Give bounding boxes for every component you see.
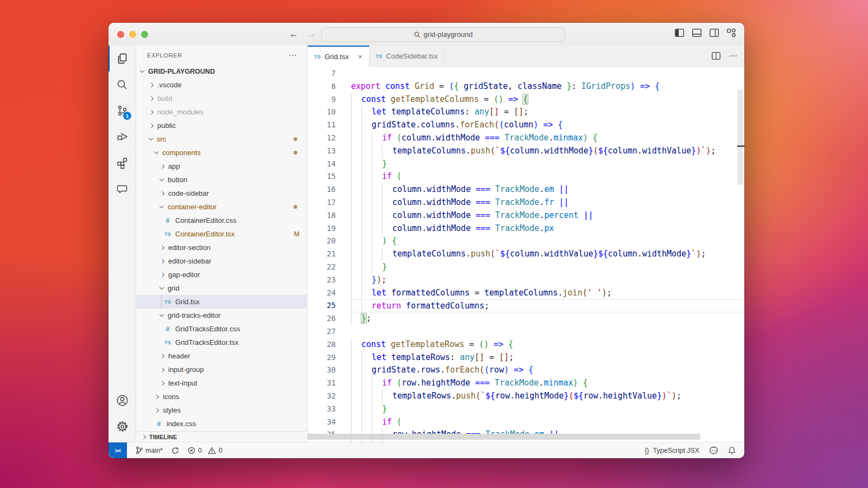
code-line-20[interactable]: 20 ) { [308,235,744,248]
notifications-bell-icon[interactable] [728,446,736,454]
tree-item-input-group[interactable]: input-group [136,363,307,376]
tree-root-grid-playground[interactable]: GRID-PLAYGROUND [136,65,307,78]
code-line-11[interactable]: 11 gridState.columns.forEach((column) =>… [308,119,744,132]
close-tab-icon[interactable]: × [358,53,362,61]
tree-item-container-editor[interactable]: container-editor [136,200,307,214]
timeline-section-header[interactable]: TIMELINE [136,431,307,442]
search-activity-button[interactable] [108,72,136,98]
code-line-15[interactable]: 15 if ( [308,170,744,183]
title-bar[interactable]: ← → grid-playground [108,23,744,46]
close-window-button[interactable] [117,31,124,38]
tree-item-src[interactable]: src [136,132,307,146]
code-line-27[interactable]: 27 [308,325,744,338]
forward-arrow-icon[interactable]: → [307,28,316,41]
code-line-24[interactable]: 24 let formattedColumns = templateColumn… [308,287,744,300]
code-line-content: templateRows.push(`${row.heightMode}(${r… [351,390,744,403]
code-line-16[interactable]: 16 column.widthMode === TrackMode.em || [308,183,744,196]
code-line-13[interactable]: 13 templateColumns.push(`${column.widthM… [308,145,744,158]
tree-item-containereditor-tsx[interactable]: TSContainerEditor.tsxM [136,227,307,241]
toggle-primary-sidebar-icon[interactable] [675,29,684,37]
code-line-28[interactable]: 28 const getTemplateRows = () => { [308,338,744,351]
tree-item-app[interactable]: app [136,159,307,173]
line-number: 30 [308,364,336,377]
tree-item-index-css[interactable]: #index.css [136,417,307,431]
tree-item-build[interactable]: build [136,92,307,105]
tab-codesidebar-tsx[interactable]: TS CodeSidebar.tsx [369,46,445,66]
code-line-content: column.widthMode === TrackMode.px [351,222,744,235]
chat-activity-button[interactable] [108,176,136,202]
code-line-32[interactable]: 32 templateRows.push(`${row.heightMode}(… [308,390,744,403]
code-line-34[interactable]: 34 if ( [308,416,744,429]
code-line-18[interactable]: 18 column.widthMode === TrackMode.percen… [308,209,744,222]
tree-item-containereditor-css[interactable]: #ContainerEditor.css [136,214,307,227]
code-line-22[interactable]: 22 } [308,261,744,274]
code-line-17[interactable]: 17 column.widthMode === TrackMode.fr || [308,196,744,209]
tree-item-grid-tracks-editor[interactable]: grid-tracks-editor [136,309,307,322]
code-line-7[interactable]: 7 [308,67,744,80]
tree-item-label: index.css [167,420,196,428]
code-line-23[interactable]: 23 }); [308,274,744,287]
tree-item-public[interactable]: public [136,119,307,132]
code-line-33[interactable]: 33 } [308,403,744,416]
code-line-12[interactable]: 12 if (column.widthMode === TrackMode.mi… [308,132,744,145]
code-line-10[interactable]: 10 let templateColumns: any[] = []; [308,106,744,119]
customize-layout-icon[interactable] [727,29,736,37]
tree-item-grid[interactable]: grid [136,281,307,295]
sync-status-item[interactable] [171,447,179,454]
code-line-30[interactable]: 30 gridState.rows.forEach((row) => { [308,364,744,377]
line-number: 20 [308,235,336,248]
tree-item-header[interactable]: header [136,349,307,363]
split-editor-icon[interactable] [712,52,720,60]
tree-item-label: GridTracksEditor.tsx [175,338,239,346]
code-line-8[interactable]: 8export const Grid = ({ gridState, class… [308,80,744,93]
tree-item-gridtrackseditor-tsx[interactable]: TSGridTracksEditor.tsx [136,336,307,349]
line-number: 28 [308,338,336,351]
accounts-button[interactable] [108,387,136,413]
code-line-9[interactable]: 9 const getTemplateColumns = () => { [308,93,744,106]
code-line-25[interactable]: 25 return formattedColumns; [308,299,744,312]
copilot-icon[interactable] [709,447,718,454]
code-line-14[interactable]: 14 } [308,158,744,171]
tree-item-editor-section[interactable]: editor-section [136,241,307,254]
toggle-panel-icon[interactable] [692,29,701,37]
vertical-scrollbar[interactable] [737,89,743,185]
extensions-activity-button[interactable] [108,150,136,176]
tree-item-icons[interactable]: icons [136,390,307,403]
editor-more-actions-icon[interactable]: ⋯ [729,51,738,61]
remote-indicator[interactable]: >< [108,442,127,458]
run-debug-activity-button[interactable] [108,124,136,150]
tree-item-styles[interactable]: styles [136,403,307,417]
command-center-search[interactable]: grid-playground [321,27,565,42]
branch-status-item[interactable]: main* [136,446,163,454]
code-line-21[interactable]: 21 templateColumns.push(`${column.widthV… [308,248,744,261]
explorer-more-actions-icon[interactable]: ⋯ [289,50,297,60]
problems-status-item[interactable]: 0 0 [188,447,222,454]
back-arrow-icon[interactable]: ← [289,28,298,41]
tree-item-code-sidebar[interactable]: code-sidebar [136,187,307,200]
chevron-down-icon [159,177,164,181]
tree-item-grid-tsx[interactable]: TSGrid.tsx [136,295,307,309]
code-line-29[interactable]: 29 let templateRows: any[] = []; [308,351,744,364]
tree-item-editor-sidebar[interactable]: editor-sidebar [136,254,307,268]
code-line-31[interactable]: 31 if (row.heightMode === TrackMode.minm… [308,377,744,390]
modified-dot-badge [293,151,297,155]
tree-item-gridtrackseditor-css[interactable]: #GridTracksEditor.css [136,322,307,336]
tree-item--vscode[interactable]: .vscode [136,78,307,92]
horizontal-scrollbar[interactable] [308,434,700,440]
settings-button[interactable] [108,413,136,439]
tree-item-node-modules[interactable]: node_modules [136,105,307,119]
code-editor[interactable]: 78export const Grid = ({ gridState, clas… [308,66,744,442]
tree-item-components[interactable]: components [136,146,307,159]
toggle-secondary-sidebar-icon[interactable] [710,29,719,37]
code-line-19[interactable]: 19 column.widthMode === TrackMode.px [308,222,744,235]
explorer-activity-button[interactable] [108,46,136,72]
source-control-activity-button[interactable]: 1 [108,98,136,124]
code-line-26[interactable]: 26 }; [308,312,744,325]
minimize-window-button[interactable] [129,31,136,38]
zoom-window-button[interactable] [141,31,148,38]
tree-item-button[interactable]: button [136,173,307,187]
tree-item-text-input[interactable]: text-input [136,376,307,390]
tree-item-gap-editor[interactable]: gap-editor [136,268,307,281]
tab-grid-tsx[interactable]: TS Grid.tsx × [308,46,369,67]
language-mode-item[interactable]: {} TypeScript JSX [644,447,699,454]
